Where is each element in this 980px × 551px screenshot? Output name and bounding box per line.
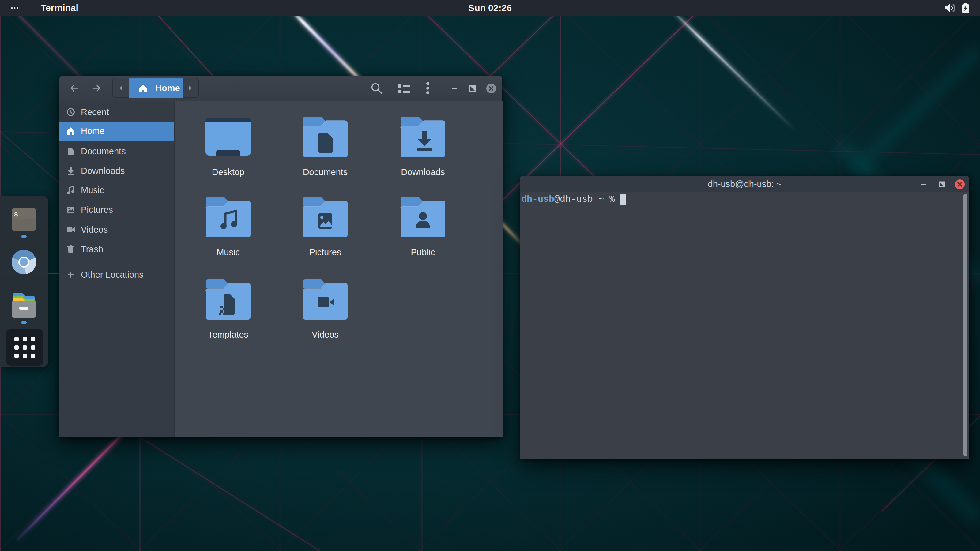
- svg-text:Home: Home: [155, 83, 180, 93]
- svg-text:$_: $_: [14, 211, 22, 218]
